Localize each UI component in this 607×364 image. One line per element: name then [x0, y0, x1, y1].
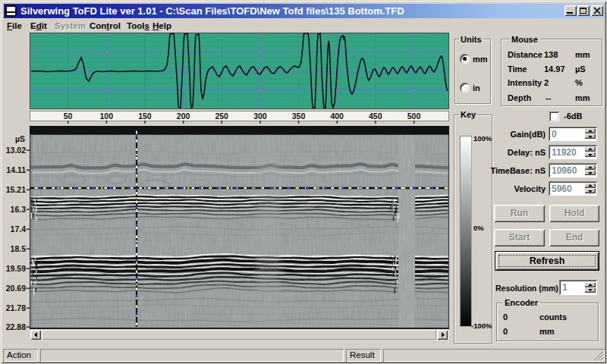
svg-text:µS: µS — [15, 134, 25, 143]
svg-text:14.11: 14.11 — [6, 165, 26, 174]
svg-text:150: 150 — [138, 111, 152, 121]
svg-text:50: 50 — [64, 111, 73, 121]
svg-text:200: 200 — [177, 111, 190, 121]
svg-text:350: 350 — [292, 111, 306, 121]
svg-text:500: 500 — [407, 111, 421, 121]
svg-text:22.88: 22.88 — [6, 322, 26, 331]
svg-text:17.4: 17.4 — [11, 224, 27, 234]
svg-text:100: 100 — [100, 111, 114, 121]
svg-text:300: 300 — [253, 111, 267, 121]
svg-text:13.02: 13.02 — [6, 146, 26, 155]
svg-text:400: 400 — [330, 111, 344, 121]
svg-text:16.3: 16.3 — [11, 205, 27, 214]
svg-text:15.21: 15.21 — [6, 185, 26, 194]
svg-text:20.69: 20.69 — [6, 284, 26, 293]
svg-text:450: 450 — [369, 111, 382, 121]
svg-text:21.78: 21.78 — [6, 303, 26, 312]
svg-text:250: 250 — [215, 111, 228, 121]
svg-text:18.5: 18.5 — [11, 244, 27, 253]
svg-text:19.59: 19.59 — [6, 264, 26, 273]
